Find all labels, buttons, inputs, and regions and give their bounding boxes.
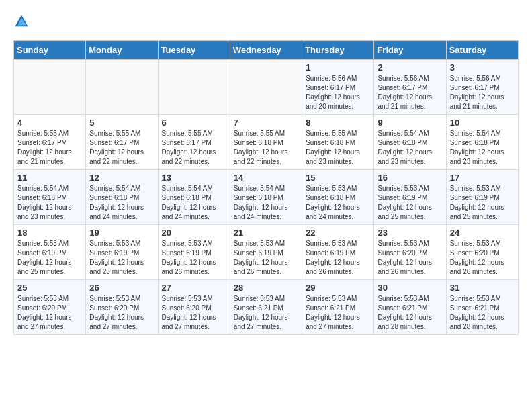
day-info: Sunrise: 5:55 AMSunset: 6:17 PMDaylight:… xyxy=(17,129,82,167)
day-number: 24 xyxy=(450,228,515,238)
calendar-cell xyxy=(158,60,230,115)
day-number: 21 xyxy=(234,228,298,238)
header-day-monday: Monday xyxy=(86,41,158,60)
day-number: 2 xyxy=(378,62,442,73)
day-number: 10 xyxy=(450,118,515,128)
day-info: Sunrise: 5:53 AMSunset: 6:21 PMDaylight:… xyxy=(306,294,370,332)
calendar-cell: 7Sunrise: 5:55 AMSunset: 6:18 PMDaylight… xyxy=(230,115,302,170)
day-number: 28 xyxy=(234,283,298,293)
day-number: 4 xyxy=(17,118,82,128)
day-info: Sunrise: 5:53 AMSunset: 6:20 PMDaylight:… xyxy=(378,239,442,277)
day-info: Sunrise: 5:53 AMSunset: 6:20 PMDaylight:… xyxy=(89,294,154,332)
day-info: Sunrise: 5:53 AMSunset: 6:20 PMDaylight:… xyxy=(17,294,82,332)
week-row-2: 4Sunrise: 5:55 AMSunset: 6:17 PMDaylight… xyxy=(14,115,519,170)
calendar-cell: 21Sunrise: 5:53 AMSunset: 6:19 PMDayligh… xyxy=(230,225,302,280)
calendar-cell: 8Sunrise: 5:55 AMSunset: 6:18 PMDaylight… xyxy=(302,115,374,170)
day-number: 16 xyxy=(378,173,442,183)
calendar-cell: 13Sunrise: 5:54 AMSunset: 6:18 PMDayligh… xyxy=(158,170,230,225)
calendar-cell: 9Sunrise: 5:54 AMSunset: 6:18 PMDaylight… xyxy=(374,115,446,170)
day-info: Sunrise: 5:55 AMSunset: 6:17 PMDaylight:… xyxy=(89,129,154,167)
day-info: Sunrise: 5:54 AMSunset: 6:18 PMDaylight:… xyxy=(234,184,298,222)
calendar-cell: 2Sunrise: 5:56 AMSunset: 6:17 PMDaylight… xyxy=(374,60,446,115)
day-info: Sunrise: 5:53 AMSunset: 6:20 PMDaylight:… xyxy=(450,239,515,277)
day-info: Sunrise: 5:53 AMSunset: 6:19 PMDaylight:… xyxy=(234,239,298,277)
calendar-cell: 1Sunrise: 5:56 AMSunset: 6:17 PMDaylight… xyxy=(302,60,374,115)
day-number: 14 xyxy=(234,173,298,183)
day-number: 23 xyxy=(378,228,442,238)
calendar-cell: 25Sunrise: 5:53 AMSunset: 6:20 PMDayligh… xyxy=(14,280,86,335)
day-info: Sunrise: 5:53 AMSunset: 6:19 PMDaylight:… xyxy=(378,184,442,222)
day-info: Sunrise: 5:54 AMSunset: 6:18 PMDaylight:… xyxy=(162,184,226,222)
week-row-5: 25Sunrise: 5:53 AMSunset: 6:20 PMDayligh… xyxy=(14,280,519,335)
calendar-cell xyxy=(230,60,302,115)
day-info: Sunrise: 5:56 AMSunset: 6:17 PMDaylight:… xyxy=(306,74,370,111)
calendar-table: SundayMondayTuesdayWednesdayThursdayFrid… xyxy=(13,40,519,335)
day-info: Sunrise: 5:55 AMSunset: 6:17 PMDaylight:… xyxy=(162,129,226,167)
day-number: 27 xyxy=(162,283,226,293)
header-day-sunday: Sunday xyxy=(14,41,86,60)
day-info: Sunrise: 5:53 AMSunset: 6:21 PMDaylight:… xyxy=(234,294,298,332)
calendar-cell: 14Sunrise: 5:54 AMSunset: 6:18 PMDayligh… xyxy=(230,170,302,225)
day-info: Sunrise: 5:54 AMSunset: 6:18 PMDaylight:… xyxy=(17,184,82,222)
calendar-cell: 3Sunrise: 5:56 AMSunset: 6:17 PMDaylight… xyxy=(446,60,518,115)
calendar-cell xyxy=(14,60,86,115)
day-info: Sunrise: 5:53 AMSunset: 6:19 PMDaylight:… xyxy=(89,239,154,277)
day-number: 9 xyxy=(378,118,442,128)
week-row-4: 18Sunrise: 5:53 AMSunset: 6:19 PMDayligh… xyxy=(14,225,519,280)
calendar-cell: 15Sunrise: 5:53 AMSunset: 6:18 PMDayligh… xyxy=(302,170,374,225)
page-header xyxy=(13,13,519,30)
day-number: 19 xyxy=(89,228,154,238)
header-day-thursday: Thursday xyxy=(302,41,374,60)
day-number: 7 xyxy=(234,118,298,128)
day-number: 26 xyxy=(89,283,154,293)
day-info: Sunrise: 5:56 AMSunset: 6:17 PMDaylight:… xyxy=(450,74,515,111)
calendar-cell: 22Sunrise: 5:53 AMSunset: 6:19 PMDayligh… xyxy=(302,225,374,280)
calendar-cell: 28Sunrise: 5:53 AMSunset: 6:21 PMDayligh… xyxy=(230,280,302,335)
day-number: 25 xyxy=(17,283,82,293)
calendar-body: 1Sunrise: 5:56 AMSunset: 6:17 PMDaylight… xyxy=(14,60,519,335)
logo-icon xyxy=(13,13,30,30)
calendar-cell: 31Sunrise: 5:53 AMSunset: 6:21 PMDayligh… xyxy=(446,280,518,335)
header-day-wednesday: Wednesday xyxy=(230,41,302,60)
calendar-cell: 11Sunrise: 5:54 AMSunset: 6:18 PMDayligh… xyxy=(14,170,86,225)
calendar-cell: 18Sunrise: 5:53 AMSunset: 6:19 PMDayligh… xyxy=(14,225,86,280)
calendar-cell: 23Sunrise: 5:53 AMSunset: 6:20 PMDayligh… xyxy=(374,225,446,280)
day-info: Sunrise: 5:54 AMSunset: 6:18 PMDaylight:… xyxy=(89,184,154,222)
day-info: Sunrise: 5:53 AMSunset: 6:19 PMDaylight:… xyxy=(306,239,370,277)
header-day-friday: Friday xyxy=(374,41,446,60)
day-info: Sunrise: 5:54 AMSunset: 6:18 PMDaylight:… xyxy=(378,129,442,167)
day-info: Sunrise: 5:53 AMSunset: 6:19 PMDaylight:… xyxy=(450,184,515,222)
day-number: 6 xyxy=(162,118,226,128)
day-number: 5 xyxy=(89,118,154,128)
day-number: 18 xyxy=(17,228,82,238)
day-number: 22 xyxy=(306,228,370,238)
calendar-cell: 16Sunrise: 5:53 AMSunset: 6:19 PMDayligh… xyxy=(374,170,446,225)
day-info: Sunrise: 5:54 AMSunset: 6:18 PMDaylight:… xyxy=(450,129,515,167)
day-info: Sunrise: 5:53 AMSunset: 6:18 PMDaylight:… xyxy=(306,184,370,222)
week-row-3: 11Sunrise: 5:54 AMSunset: 6:18 PMDayligh… xyxy=(14,170,519,225)
calendar-cell: 17Sunrise: 5:53 AMSunset: 6:19 PMDayligh… xyxy=(446,170,518,225)
day-number: 3 xyxy=(450,62,515,73)
header-day-tuesday: Tuesday xyxy=(158,41,230,60)
day-info: Sunrise: 5:55 AMSunset: 6:18 PMDaylight:… xyxy=(306,129,370,167)
calendar-cell: 4Sunrise: 5:55 AMSunset: 6:17 PMDaylight… xyxy=(14,115,86,170)
day-number: 20 xyxy=(162,228,226,238)
day-number: 30 xyxy=(378,283,442,293)
day-number: 11 xyxy=(17,173,82,183)
calendar-cell xyxy=(86,60,158,115)
header-day-saturday: Saturday xyxy=(446,41,518,60)
week-row-1: 1Sunrise: 5:56 AMSunset: 6:17 PMDaylight… xyxy=(14,60,519,115)
day-info: Sunrise: 5:53 AMSunset: 6:19 PMDaylight:… xyxy=(162,239,226,277)
calendar-cell: 12Sunrise: 5:54 AMSunset: 6:18 PMDayligh… xyxy=(86,170,158,225)
calendar-cell: 20Sunrise: 5:53 AMSunset: 6:19 PMDayligh… xyxy=(158,225,230,280)
calendar-cell: 27Sunrise: 5:53 AMSunset: 6:20 PMDayligh… xyxy=(158,280,230,335)
logo xyxy=(13,13,32,30)
day-number: 13 xyxy=(162,173,226,183)
calendar-cell: 6Sunrise: 5:55 AMSunset: 6:17 PMDaylight… xyxy=(158,115,230,170)
calendar-cell: 26Sunrise: 5:53 AMSunset: 6:20 PMDayligh… xyxy=(86,280,158,335)
calendar-header: SundayMondayTuesdayWednesdayThursdayFrid… xyxy=(14,41,519,60)
calendar-cell: 29Sunrise: 5:53 AMSunset: 6:21 PMDayligh… xyxy=(302,280,374,335)
calendar-cell: 30Sunrise: 5:53 AMSunset: 6:21 PMDayligh… xyxy=(374,280,446,335)
day-info: Sunrise: 5:53 AMSunset: 6:20 PMDaylight:… xyxy=(162,294,226,332)
day-number: 12 xyxy=(89,173,154,183)
